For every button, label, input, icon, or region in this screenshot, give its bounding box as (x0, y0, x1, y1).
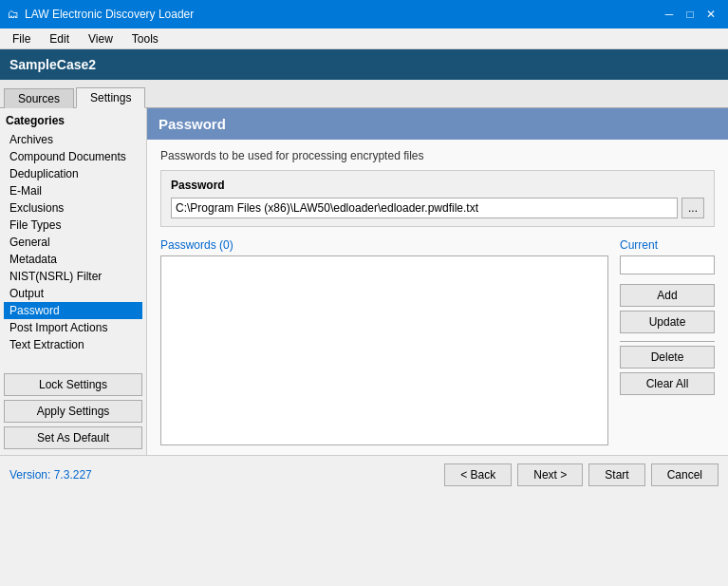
sidebar-item-compound[interactable]: Compound Documents (4, 148, 142, 165)
pw-file-input[interactable] (171, 198, 678, 218)
menu-file[interactable]: File (4, 29, 39, 48)
start-button[interactable]: Start (588, 463, 644, 486)
pw-divider (620, 341, 715, 342)
sidebar-item-exclusions[interactable]: Exclusions (4, 199, 142, 217)
menu-bar: File Edit View Tools (0, 28, 728, 49)
nav-buttons: < Back Next > Start Cancel (444, 463, 719, 486)
pw-list-col: Passwords (0) (160, 238, 608, 445)
sidebar-item-email[interactable]: E-Mail (4, 182, 142, 199)
tabs-row: Sources Settings (0, 80, 728, 108)
categories-list: Archives Compound Documents Deduplicatio… (4, 131, 142, 366)
pw-add-button[interactable]: Add (620, 284, 715, 307)
menu-tools[interactable]: Tools (123, 29, 167, 48)
cancel-button[interactable]: Cancel (651, 463, 719, 486)
sidebar-item-filetypes[interactable]: File Types (4, 217, 142, 234)
pw-clear-all-button[interactable]: Clear All (620, 372, 715, 395)
pw-file-group: Password ... (160, 170, 715, 227)
case-name: SampleCase2 (9, 57, 96, 72)
pw-file-browse-button[interactable]: ... (681, 198, 704, 218)
case-title-bar: SampleCase2 (0, 49, 728, 80)
lock-settings-button[interactable]: Lock Settings (4, 373, 142, 396)
set-as-default-button[interactable]: Set As Default (4, 426, 142, 449)
pw-listbox[interactable] (160, 255, 608, 445)
sidebar-item-metadata[interactable]: Metadata (4, 251, 142, 268)
pw-delete-button[interactable]: Delete (620, 346, 715, 369)
pw-list-area: Passwords (0) Current Add Update Delete … (160, 238, 715, 445)
minimize-button[interactable]: ─ (660, 5, 679, 24)
pw-current-input[interactable] (620, 255, 715, 274)
app-icon: 🗂 (8, 8, 19, 21)
left-buttons: Lock Settings Apply Settings Set As Defa… (4, 366, 142, 449)
menu-edit[interactable]: Edit (41, 29, 78, 48)
pw-file-row: ... (171, 198, 704, 218)
pw-current-label: Current (620, 238, 715, 252)
sidebar-item-archives[interactable]: Archives (4, 131, 142, 148)
sidebar-item-textextraction[interactable]: Text Extraction (4, 336, 142, 353)
close-button[interactable]: ✕ (701, 5, 720, 24)
tab-sources[interactable]: Sources (4, 88, 74, 108)
pw-file-label: Password (171, 179, 704, 192)
categories-label: Categories (4, 114, 142, 127)
back-button[interactable]: < Back (444, 463, 512, 486)
title-bar-title: 🗂 LAW Electronic Discovery Loader (8, 8, 194, 21)
title-bar-controls: ─ □ ✕ (660, 5, 720, 24)
pw-description: Passwords to be used for processing encr… (160, 149, 715, 162)
bottom-bar: Version: 7.3.227 < Back Next > Start Can… (0, 455, 728, 493)
sidebar-item-dedup[interactable]: Deduplication (4, 165, 142, 182)
app-title: LAW Electronic Discovery Loader (25, 8, 194, 21)
pw-list-header: Passwords (0) (160, 238, 608, 252)
next-button[interactable]: Next > (517, 463, 583, 486)
content-split: Categories Archives Compound Documents D… (0, 108, 728, 455)
version-label: Version: 7.3.227 (9, 468, 92, 482)
tab-settings[interactable]: Settings (76, 87, 145, 108)
pw-right-col: Current Add Update Delete Clear All (620, 238, 715, 445)
apply-settings-button[interactable]: Apply Settings (4, 400, 142, 423)
maximize-button[interactable]: □ (681, 5, 700, 24)
right-panel: Password Passwords to be used for proces… (147, 108, 728, 455)
sidebar-item-output[interactable]: Output (4, 285, 142, 302)
password-content: Passwords to be used for processing encr… (147, 140, 728, 455)
sidebar-item-postimport[interactable]: Post Import Actions (4, 319, 142, 336)
left-panel: Categories Archives Compound Documents D… (0, 108, 147, 455)
pw-update-button[interactable]: Update (620, 311, 715, 333)
sidebar-item-general[interactable]: General (4, 234, 142, 251)
menu-view[interactable]: View (80, 29, 121, 48)
title-bar: 🗂 LAW Electronic Discovery Loader ─ □ ✕ (0, 0, 728, 28)
sidebar-item-password[interactable]: Password (4, 302, 142, 319)
sidebar-item-nist[interactable]: NIST(NSRL) Filter (4, 268, 142, 285)
password-header: Password (147, 108, 728, 140)
